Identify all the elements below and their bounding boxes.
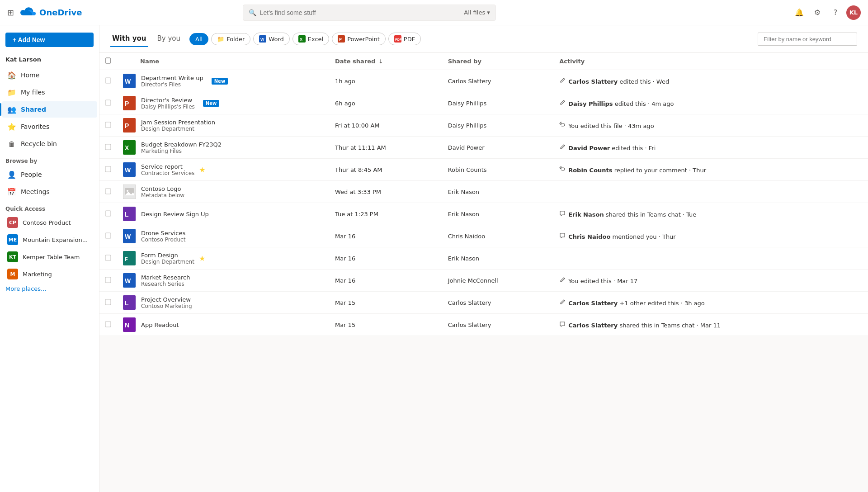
row-name[interactable]: Contoso LogoMetadata below <box>117 181 330 203</box>
row-name[interactable]: XBudget Breakdown FY23Q2Marketing Files <box>117 137 330 159</box>
row-name[interactable]: WDrone ServicesContoso Product <box>117 225 330 247</box>
row-checkbox[interactable] <box>99 225 117 247</box>
row-name[interactable]: WMarket ResearchResearch Series <box>117 270 330 292</box>
th-date-shared[interactable]: Date shared ↓ <box>330 53 443 70</box>
checkbox-icon[interactable] <box>105 232 111 239</box>
table-row[interactable]: LProject OverviewContoso MarketingMar 15… <box>99 292 868 314</box>
pill-powerpoint[interactable]: P PowerPoint <box>332 33 386 45</box>
checkbox-icon[interactable] <box>105 255 111 261</box>
checkbox-icon[interactable] <box>105 277 111 283</box>
row-name[interactable]: PJam Session PresentationDesign Departme… <box>117 114 330 137</box>
row-name[interactable]: WService reportContractor Services★ <box>117 159 330 181</box>
sidebar-item-people-label: People <box>21 171 42 178</box>
more-places-link[interactable]: More places... <box>0 283 99 295</box>
user-avatar[interactable]: KL <box>846 5 861 20</box>
file-name: Form Design <box>141 252 194 259</box>
checkbox-icon[interactable] <box>105 321 111 327</box>
svg-rect-44 <box>105 322 111 327</box>
checkbox-icon[interactable] <box>105 166 111 172</box>
row-checkbox[interactable] <box>99 292 117 314</box>
sidebar-item-home[interactable]: 🏠 Home <box>2 67 97 83</box>
quick-access-marketing[interactable]: M Marketing <box>2 266 97 282</box>
main-content: With you By you All 📁 Folder W Word X Ex… <box>99 25 868 492</box>
settings-button[interactable]: ⚙ <box>810 5 825 20</box>
sidebar-item-meetings[interactable]: 📅 Meetings <box>2 184 97 200</box>
row-checkbox[interactable] <box>99 270 117 292</box>
kemper-table-team-badge: KT <box>7 251 18 262</box>
checkbox-icon[interactable] <box>105 188 111 194</box>
row-name[interactable]: FForm DesignDesign Department★ <box>117 247 330 270</box>
quick-access-kemper-table-team[interactable]: KT Kemper Table Team <box>2 249 97 265</box>
sidebar-item-recycle-bin[interactable]: 🗑 Recycle bin <box>2 136 97 152</box>
sidebar-item-shared[interactable]: 👥 Shared <box>2 101 97 118</box>
checkbox-icon[interactable] <box>105 144 111 150</box>
row-checkbox[interactable] <box>99 203 117 225</box>
row-checkbox[interactable] <box>99 247 117 270</box>
row-checkbox[interactable] <box>99 114 117 137</box>
star-icon[interactable]: ★ <box>199 166 205 174</box>
quick-access-mountain-expansion[interactable]: ME Mountain Expansion... <box>2 232 97 248</box>
search-scope-selector[interactable]: All files ▾ <box>464 9 490 16</box>
search-input[interactable] <box>260 9 457 16</box>
checkbox-icon[interactable] <box>105 99 111 106</box>
file-location: Contoso Marketing <box>141 303 192 309</box>
word-pill-label: Word <box>269 36 283 43</box>
search-bar[interactable]: 🔍 All files ▾ <box>243 5 496 21</box>
checkbox-icon[interactable] <box>105 77 111 84</box>
table-row[interactable]: PDirector's ReviewDaisy Phillips's Files… <box>99 92 868 114</box>
tab-by-you[interactable]: By you <box>156 31 183 47</box>
pill-all[interactable]: All <box>189 33 208 45</box>
notification-button[interactable]: 🔔 <box>792 5 807 20</box>
quick-access-contoso-product[interactable]: CP Contoso Product <box>2 214 97 231</box>
svg-text:W: W <box>125 78 131 85</box>
file-name: Contoso Logo <box>141 185 184 192</box>
row-activity <box>554 181 868 203</box>
apps-grid-icon[interactable]: ⊞ <box>7 8 14 17</box>
row-checkbox[interactable] <box>99 70 117 92</box>
row-name[interactable]: LDesign Review Sign Up <box>117 203 330 225</box>
table-row[interactable]: XBudget Breakdown FY23Q2Marketing FilesT… <box>99 137 868 159</box>
svg-rect-15 <box>105 122 111 128</box>
checkbox-icon[interactable] <box>105 299 111 305</box>
row-name[interactable]: PDirector's ReviewDaisy Phillips's Files… <box>117 92 330 114</box>
table-row[interactable]: WMarket ResearchResearch SeriesMar 16Joh… <box>99 270 868 292</box>
row-checkbox[interactable] <box>99 137 117 159</box>
pill-word[interactable]: W Word <box>253 33 289 45</box>
table-row[interactable]: FForm DesignDesign Department★Mar 16Erik… <box>99 247 868 270</box>
table-row[interactable]: WDepartment Write upDirector's FilesNew1… <box>99 70 868 92</box>
th-shared-by[interactable]: Shared by <box>443 53 554 70</box>
checkbox-icon[interactable] <box>105 210 111 217</box>
row-name[interactable]: WDepartment Write upDirector's FilesNew <box>117 70 330 92</box>
checkbox-icon[interactable] <box>105 122 111 128</box>
th-name[interactable]: Name <box>117 53 330 70</box>
table-row[interactable]: Contoso LogoMetadata belowWed at 3:33 PM… <box>99 181 868 203</box>
th-activity[interactable]: Activity <box>554 53 868 70</box>
table-row[interactable]: WDrone ServicesContoso ProductMar 16Chri… <box>99 225 868 247</box>
row-activity: Erik Nason shared this in Teams chat · T… <box>554 203 868 225</box>
star-icon[interactable]: ★ <box>199 254 205 263</box>
row-checkbox[interactable] <box>99 181 117 203</box>
excel-pill-icon: X <box>298 35 306 43</box>
row-shared-by: Erik Nason <box>443 181 554 203</box>
row-name[interactable]: LProject OverviewContoso Marketing <box>117 292 330 314</box>
sidebar-item-my-files[interactable]: 📁 My files <box>2 84 97 100</box>
sidebar-item-my-files-label: My files <box>21 89 45 96</box>
pill-excel[interactable]: X Excel <box>292 33 329 45</box>
row-checkbox[interactable] <box>99 159 117 181</box>
filter-input[interactable] <box>758 33 857 46</box>
table-row[interactable]: PJam Session PresentationDesign Departme… <box>99 114 868 137</box>
sidebar-item-favorites[interactable]: ⭐ Favorites <box>2 118 97 135</box>
row-name[interactable]: NApp Readout <box>117 314 330 336</box>
tab-with-you[interactable]: With you <box>110 31 148 47</box>
help-button[interactable]: ? <box>828 5 843 20</box>
row-checkbox[interactable] <box>99 314 117 336</box>
table-row[interactable]: LDesign Review Sign UpTue at 1:23 PMErik… <box>99 203 868 225</box>
table-row[interactable]: NApp ReadoutMar 15Carlos SlatteryCarlos … <box>99 314 868 336</box>
meetings-icon: 📅 <box>7 187 16 196</box>
table-row[interactable]: WService reportContractor Services★Thur … <box>99 159 868 181</box>
row-checkbox[interactable] <box>99 92 117 114</box>
sidebar-item-people[interactable]: 👤 People <box>2 166 97 183</box>
add-new-button[interactable]: + Add New <box>5 33 94 47</box>
pill-folder[interactable]: 📁 Folder <box>211 33 250 45</box>
pill-pdf[interactable]: PDF PDF <box>388 33 421 45</box>
